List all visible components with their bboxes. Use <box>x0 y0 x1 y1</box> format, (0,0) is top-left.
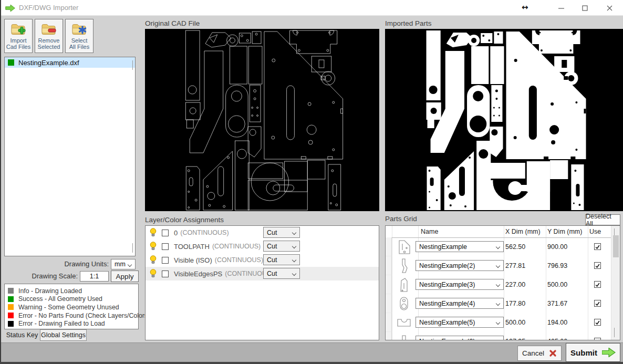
scroll-down-arrow[interactable] <box>614 328 615 337</box>
chevron-down-icon <box>292 231 296 235</box>
layer-checkbox[interactable] <box>162 243 169 250</box>
apply-button[interactable]: Apply <box>111 271 139 282</box>
original-cad-preview <box>145 29 379 211</box>
status-key-legend: Info - Drawing LoadedSuccess - All Geome… <box>4 284 139 329</box>
row-header[interactable] <box>386 237 392 256</box>
part-use-checkbox[interactable] <box>594 300 601 307</box>
maximize-button[interactable] <box>573 0 597 16</box>
row-header[interactable] <box>386 294 392 313</box>
chevron-down-icon <box>292 244 296 248</box>
tab-global-settings[interactable]: Global Settings <box>40 329 87 341</box>
file-list[interactable]: NestingExample.dxf <box>4 57 136 256</box>
layer-checkbox[interactable] <box>162 230 169 236</box>
layer-row: Visible (ISO)(CONTINUOUS)Cut <box>146 253 379 267</box>
part-use-checkbox[interactable] <box>594 319 601 326</box>
row-header[interactable] <box>386 275 392 294</box>
part-y-dim: 194.00 <box>547 313 567 332</box>
part-use-checkbox[interactable] <box>594 281 601 288</box>
column-header-name: Name <box>421 226 438 237</box>
imported-parts-preview <box>385 29 623 211</box>
layer-operation-select[interactable]: Cut <box>263 227 300 238</box>
drawing-scale-input[interactable] <box>80 271 109 282</box>
drawing-units-select[interactable]: mm <box>111 259 136 269</box>
chevron-down-icon <box>496 245 500 249</box>
status-key-item: Error - No Parts Found (Check Layers/Col… <box>8 311 138 320</box>
part-name-select[interactable]: NestingExample <box>416 241 504 252</box>
lightbulb-icon[interactable] <box>150 255 157 264</box>
status-color-square <box>8 288 14 294</box>
lightbulb-icon[interactable] <box>150 242 157 251</box>
status-key-item: Error - Drawing Failed to Load <box>8 319 138 328</box>
layer-checkbox[interactable] <box>162 271 169 277</box>
parts-grid-label: Parts Grid <box>385 215 417 223</box>
submit-button[interactable]: Submit <box>566 343 620 362</box>
column-header-x-dim: X Dim (mm) <box>505 226 541 237</box>
green-arrow-icon <box>602 348 616 357</box>
dxf-dwg-importer-window: { "window": { "title": "DXF/DWG Importer… <box>0 0 623 364</box>
part-name-select[interactable]: NestingExample(4) <box>416 298 504 309</box>
part-row: NestingExample562.50900.00 <box>386 237 612 256</box>
row-header[interactable] <box>386 332 392 340</box>
layer-row: TOOLPATH(CONTINUOUS)Cut <box>146 240 379 253</box>
close-icon <box>607 5 612 11</box>
checkmark-icon <box>595 300 600 307</box>
layer-name: TOOLPATH <box>174 243 210 251</box>
window-bottom-edge <box>0 362 623 364</box>
part-name-select[interactable]: NestingExample(3) <box>416 279 504 290</box>
minimize-icon <box>558 5 564 11</box>
layer-checkbox[interactable] <box>162 257 169 264</box>
part-thumbnail <box>396 277 412 293</box>
folder-icon <box>71 22 87 36</box>
column-header-y-dim: Y Dim (mm) <box>547 226 582 237</box>
parts-grid-table: Name X Dim (mm) Y Dim (mm) Use NestingEx… <box>385 225 620 340</box>
folder-icon <box>41 22 57 36</box>
lightbulb-icon[interactable] <box>150 228 157 237</box>
layer-name: 0 <box>174 229 178 237</box>
row-header[interactable] <box>386 256 392 275</box>
part-row: NestingExample(6)107.95405.00 <box>386 332 612 340</box>
file-list-scroll-down[interactable] <box>132 243 133 253</box>
layer-name: Visible (ISO) <box>174 256 212 264</box>
cancel-button[interactable]: Cancel <box>517 346 562 361</box>
lightbulb-icon[interactable] <box>150 269 157 278</box>
layer-name: VisibleEdgesPS <box>174 270 222 278</box>
drawing-units-label: Drawing Units: <box>0 258 109 269</box>
window-title: DXF/DWG Importer <box>19 0 78 16</box>
select-all-files-button[interactable]: SelectAll Files <box>65 19 94 53</box>
layer-operation-select[interactable]: Cut <box>263 254 300 265</box>
status-color-square <box>8 321 14 327</box>
part-use-checkbox[interactable] <box>594 243 601 250</box>
close-button[interactable] <box>598 0 621 16</box>
minimize-button[interactable] <box>549 0 573 16</box>
part-x-dim: 277.81 <box>505 256 525 275</box>
part-name-select[interactable]: NestingExample(5) <box>416 317 504 328</box>
parts-grid-scrollbar[interactable] <box>611 226 620 340</box>
scrollbar-thumb[interactable] <box>613 235 619 257</box>
layer-operation-select[interactable]: Cut <box>263 268 300 279</box>
part-use-checkbox[interactable] <box>594 262 601 269</box>
layer-color-assignments-label: Layer/Color Assignments <box>145 216 224 224</box>
file-list-item[interactable]: NestingExample.dxf <box>5 57 135 68</box>
part-name-select[interactable]: NestingExample(6) <box>416 336 504 340</box>
layer-operation-select[interactable]: Cut <box>263 241 300 252</box>
part-use-checkbox[interactable] <box>594 338 601 340</box>
deselect-all-button[interactable]: Deselect All <box>585 214 620 225</box>
layer-linetype: (CONTINUOUS) <box>212 243 261 250</box>
part-x-dim: 227.00 <box>505 275 525 294</box>
app-icon <box>5 5 16 12</box>
part-thumbnail <box>396 296 412 311</box>
file-list-scroll-up[interactable] <box>132 60 133 70</box>
chevron-down-icon <box>496 320 500 325</box>
remove-selected-button[interactable]: RemoveSelected <box>35 19 63 53</box>
tab-status-key[interactable]: Status Key <box>4 329 40 340</box>
part-y-dim: 405.00 <box>547 332 567 340</box>
chevron-down-icon <box>496 264 500 268</box>
part-name-select[interactable]: NestingExample(2) <box>416 260 504 271</box>
row-header[interactable] <box>386 313 392 332</box>
status-key-item: Info - Drawing Loaded <box>8 287 138 295</box>
drawing-scale-label: Drawing Scale: <box>0 271 78 282</box>
chevron-down-icon <box>128 263 132 267</box>
import-cad-files-button[interactable]: ImportCad Files <box>4 19 33 53</box>
title-bar: DXF/DWG Importer ↔ <box>0 0 623 16</box>
chevron-down-icon <box>496 301 500 306</box>
